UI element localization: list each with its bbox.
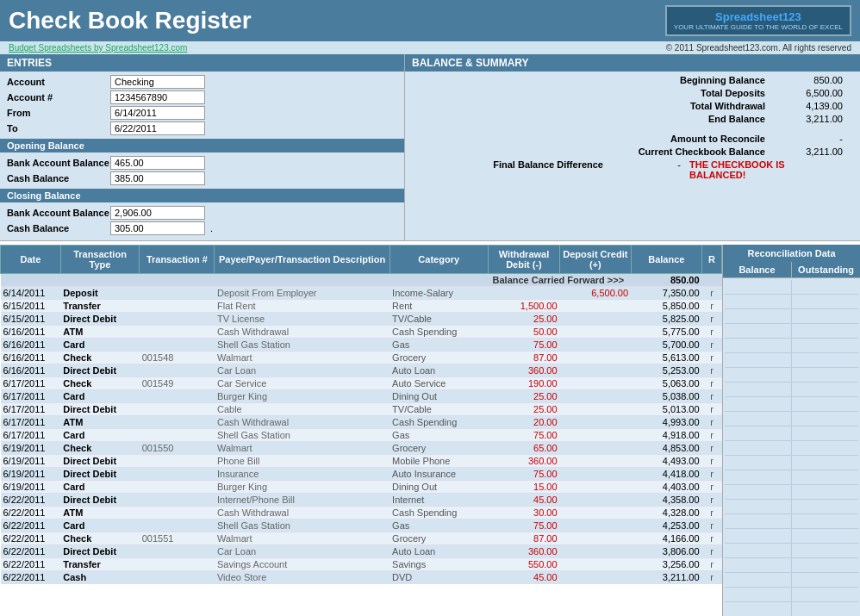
recon-balance-cell [725, 295, 792, 308]
header-type: Transaction Type [60, 246, 139, 274]
cell-8: r [702, 300, 722, 313]
cell-5: 30.00 [488, 507, 559, 520]
cell-8: r [702, 532, 722, 545]
bank-balance-value: 465.00 [110, 156, 205, 170]
cell-7: 4,493.00 [631, 455, 702, 468]
cell-8: r [702, 455, 722, 468]
table-row: 6/17/2011ATMCash WithdrawalCash Spending… [1, 416, 722, 429]
cell-7: 5,613.00 [631, 352, 702, 364]
recon-balance-cell [725, 339, 792, 352]
total-withdrawal-value: 4,139.00 [774, 101, 843, 111]
beginning-balance-value: 850.00 [774, 75, 843, 85]
cell-0: 6/16/2011 [1, 326, 61, 339]
balanced-message: THE CHECKBOOK IS BALANCED! [689, 159, 843, 180]
cell-3: Shell Gas Station [215, 339, 389, 352]
closing-cash-value: 305.00 [110, 221, 205, 235]
cell-2 [140, 468, 215, 481]
cell-6 [560, 326, 632, 339]
cell-7: 5,063.00 [631, 377, 702, 390]
cell-7: 5,850.00 [631, 300, 702, 313]
table-row: 6/19/2011Direct DebitPhone BillMobile Ph… [1, 455, 722, 468]
cell-4: TV/Cable [389, 313, 488, 326]
cell-3: Shell Gas Station [215, 429, 389, 442]
cell-6 [560, 481, 632, 494]
dot: . [210, 223, 213, 233]
account-num-row: Account # 1234567890 [7, 90, 397, 104]
recon-outstanding-cell [792, 470, 858, 484]
cell-6: 6,500.00 [560, 287, 632, 300]
cell-6 [560, 352, 632, 364]
header-payee: Payee/Payer/Transaction Description [215, 246, 389, 274]
cell-7: 5,825.00 [631, 313, 702, 326]
transaction-table: Date Transaction Type Transaction # Paye… [0, 245, 722, 584]
cell-5: 25.00 [488, 313, 559, 326]
cell-8: r [702, 352, 722, 364]
cell-6 [560, 558, 632, 571]
table-body: Balance Carried Forward >>> 850.00 6/14/… [1, 274, 722, 584]
table-row: 6/17/2011Direct DebitCableTV/Cable25.005… [1, 403, 722, 416]
cell-1: Card [60, 390, 139, 403]
table-row: 6/15/2011Direct DebitTV LicenseTV/Cable2… [1, 313, 722, 326]
recon-outstanding-cell [792, 573, 858, 587]
recon-row [725, 339, 858, 353]
recon-row [725, 441, 858, 456]
amount-reconcile-row: Amount to Reconcile - [422, 134, 843, 144]
final-balance-row: Final Balance Difference - THE CHECKBOOK… [422, 159, 843, 180]
cell-1: Direct Debit [60, 455, 139, 468]
closing-bank-value: 2,906.00 [110, 206, 205, 220]
table-row: 6/19/2011Check001550WalmartGrocery65.004… [1, 442, 722, 455]
cell-2 [140, 481, 215, 494]
recon-row [725, 485, 858, 500]
cell-6 [560, 520, 632, 532]
header-dep: Deposit Credit (+) [560, 246, 632, 274]
cell-7: 3,211.00 [631, 571, 702, 584]
recon-outstanding-cell [792, 588, 858, 601]
cell-1: Transfer [60, 558, 139, 571]
cell-7: 4,358.00 [631, 494, 702, 507]
cell-3: Internet/Phone Bill [215, 494, 389, 507]
cell-0: 6/17/2011 [1, 416, 61, 429]
cell-3: Walmart [215, 352, 389, 364]
cell-5: 360.00 [488, 364, 559, 377]
cell-3: Phone Bill [215, 455, 389, 468]
cell-8: r [702, 558, 722, 571]
cell-2 [140, 494, 215, 507]
cell-4: Gas [389, 429, 488, 442]
recon-outstanding-cell [792, 456, 858, 470]
cell-5: 20.00 [488, 416, 559, 429]
cell-7: 4,418.00 [631, 468, 702, 481]
account-value: Checking [110, 75, 205, 89]
cell-2 [140, 520, 215, 532]
cell-5: 190.00 [488, 377, 559, 390]
cell-3: Car Service [215, 377, 389, 390]
cell-3: Insurance [215, 468, 389, 481]
cell-0: 6/16/2011 [1, 352, 61, 364]
cell-4: DVD [389, 571, 488, 584]
budget-link[interactable]: Budget Spreadsheets by Spreadsheet123.co… [9, 43, 187, 53]
cell-5: 360.00 [488, 545, 559, 558]
table-row: 6/17/2011CardShell Gas StationGas75.004,… [1, 429, 722, 442]
cell-1: Direct Debit [60, 494, 139, 507]
table-row: 6/15/2011TransferFlat RentRent1,500.005,… [1, 300, 722, 313]
recon-row [725, 573, 858, 588]
cell-3: Cash Withdrawal [215, 507, 389, 520]
cell-1: Direct Debit [60, 313, 139, 326]
cell-6 [560, 442, 632, 455]
cell-5: 45.00 [488, 571, 559, 584]
closing-bank-label: Bank Account Balance [7, 208, 110, 218]
cell-8: r [702, 468, 722, 481]
cell-1: Check [60, 352, 139, 364]
cell-5: 360.00 [488, 455, 559, 468]
cell-8: r [702, 364, 722, 377]
cell-4: Auto Insurance [389, 468, 488, 481]
final-balance-label: Final Balance Difference [422, 159, 612, 180]
closing-bank-row: Bank Account Balance 2,906.00 [7, 206, 397, 220]
cash-balance-row: Cash Balance 385.00 [7, 171, 397, 185]
cell-7: 4,166.00 [631, 532, 702, 545]
recon-balance-cell [725, 588, 792, 601]
cell-1: Transfer [60, 300, 139, 313]
total-withdrawal-label: Total Withdrawal [584, 101, 774, 111]
cell-4: TV/Cable [389, 403, 488, 416]
cell-2: 001551 [140, 532, 215, 545]
cell-4: Auto Service [389, 377, 488, 390]
